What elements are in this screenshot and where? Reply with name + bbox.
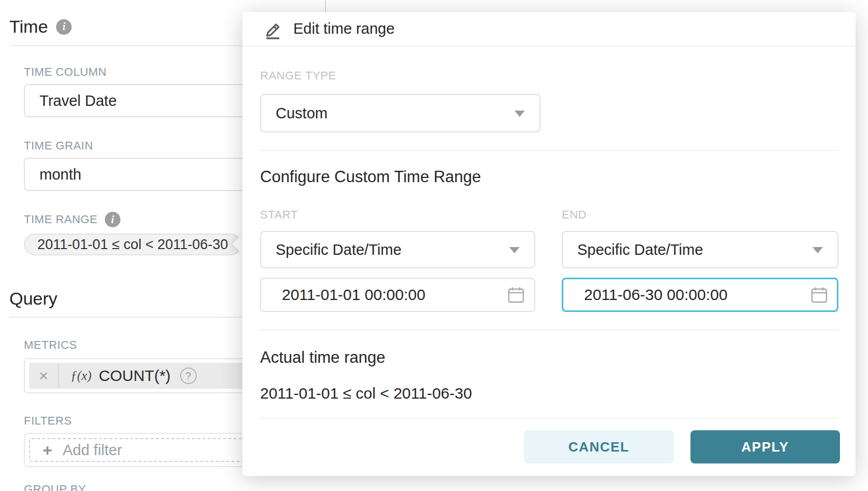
- end-mode-select[interactable]: Specific Date/Time: [562, 231, 838, 268]
- time-range-pill[interactable]: 2011-01-01 ≤ col < 2011-06-30: [24, 234, 241, 255]
- remove-metric-icon[interactable]: ×: [29, 367, 58, 385]
- chevron-down-icon: [812, 247, 823, 253]
- start-date-field: [260, 278, 535, 312]
- actual-time-range-heading: Actual time range: [260, 348, 385, 367]
- start-date-input[interactable]: [260, 278, 535, 312]
- query-section-title: Query: [9, 289, 58, 309]
- start-mode-select[interactable]: Specific Date/Time: [260, 231, 535, 268]
- start-label: START: [260, 208, 298, 222]
- help-icon[interactable]: ?: [180, 367, 197, 384]
- plus-icon: +: [43, 442, 52, 458]
- function-icon: ƒ(x): [71, 369, 91, 383]
- metric-name: COUNT(*): [99, 367, 170, 385]
- filters-label: FILTERS: [24, 414, 72, 428]
- calendar-icon[interactable]: [507, 286, 525, 304]
- time-grain-label: TIME GRAIN: [24, 139, 93, 153]
- modal-header: Edit time range: [242, 12, 856, 47]
- time-grain-value: month: [39, 166, 82, 183]
- panel-chart-divider: [325, 0, 326, 12]
- time-range-label-text: TIME RANGE: [24, 213, 98, 226]
- metrics-label: METRICS: [24, 338, 77, 352]
- explore-screen: Time i TIME COLUMN Travel Date TIME GRAI…: [0, 0, 868, 491]
- end-date-field: [562, 278, 838, 312]
- time-range-pill-text: 2011-01-01 ≤ col < 2011-06-30: [37, 237, 228, 253]
- modal-divider: [260, 330, 838, 331]
- apply-button[interactable]: APPLY: [690, 430, 840, 463]
- modal-title: Edit time range: [293, 20, 395, 37]
- info-icon[interactable]: i: [56, 19, 72, 35]
- time-column-value: Travel Date: [39, 92, 117, 110]
- time-range-label: TIME RANGE i: [24, 212, 120, 227]
- edit-time-range-modal: Edit time range RANGE TYPE Custom Config…: [242, 12, 856, 476]
- modal-divider: [260, 150, 838, 151]
- modal-divider: [260, 418, 838, 419]
- edit-pencil-icon: [262, 19, 283, 39]
- add-filter-text: Add filter: [63, 442, 122, 459]
- chevron-down-icon: [514, 111, 525, 117]
- end-mode-value: Specific Date/Time: [577, 241, 703, 258]
- range-type-label: RANGE TYPE: [260, 69, 336, 83]
- cancel-button[interactable]: CANCEL: [524, 430, 674, 463]
- time-column-label: TIME COLUMN: [24, 65, 107, 79]
- query-section-heading: Query: [9, 289, 58, 309]
- range-type-value: Custom: [276, 105, 328, 122]
- time-section-heading: Time i: [9, 17, 72, 37]
- group-by-label: GROUP BY: [24, 483, 86, 491]
- calendar-icon[interactable]: [810, 286, 828, 304]
- actual-time-range-value: 2011-01-01 ≤ col < 2011-06-30: [260, 385, 472, 402]
- range-type-select[interactable]: Custom: [260, 94, 540, 132]
- chip-separator: [58, 363, 59, 389]
- chevron-down-icon: [509, 247, 520, 253]
- end-date-input[interactable]: [562, 278, 838, 312]
- configure-heading: Configure Custom Time Range: [260, 168, 481, 186]
- info-icon[interactable]: i: [105, 212, 120, 227]
- end-label: END: [562, 208, 587, 222]
- time-section-title: Time: [9, 17, 48, 37]
- start-mode-value: Specific Date/Time: [276, 241, 401, 258]
